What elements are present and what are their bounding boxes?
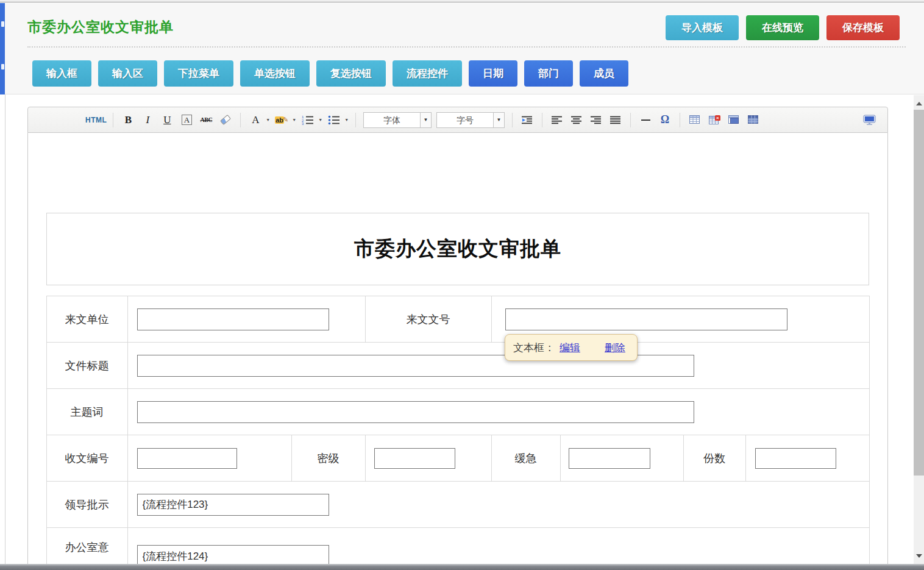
bold-button[interactable]: B [119, 111, 137, 129]
scroll-down-arrow-icon[interactable] [914, 552, 924, 560]
horizontal-rule-button[interactable] [637, 111, 654, 129]
chevron-down-icon: ▼ [493, 113, 504, 127]
font-size-select[interactable]: 字号 ▼ [436, 112, 505, 128]
table-properties-icon [728, 115, 739, 124]
widget-button-flow-control[interactable]: 流程控件 [393, 60, 462, 87]
label-source-unit: 来文单位 [46, 296, 127, 343]
clipped-left-sidebar [0, 3, 5, 94]
table-row: 来文单位 来文文号 [46, 296, 869, 343]
approval-form-table: 来文单位 来文文号 文件标题 主题词 收文编号 密级 [46, 296, 870, 564]
edit-link[interactable]: 编辑 [560, 341, 580, 355]
left-gutter [0, 94, 5, 564]
save-template-button[interactable]: 保存模板 [826, 15, 900, 40]
control-type-label: 文本框： [513, 341, 555, 355]
receipt-number-input[interactable] [137, 448, 237, 469]
svg-text:×: × [716, 115, 719, 121]
vertical-scrollbar[interactable] [914, 95, 924, 564]
fullscreen-button[interactable] [861, 111, 878, 129]
toolbar-separator [512, 113, 513, 127]
widget-button-date[interactable]: 日期 [469, 60, 517, 87]
page-title: 市委办公室收文审批单 [27, 18, 174, 37]
doc-number-input[interactable] [505, 308, 787, 330]
html-source-button[interactable]: HTML [85, 111, 107, 129]
table-properties-button[interactable] [725, 111, 742, 129]
editor-canvas[interactable]: 市委办公室收文审批单 来文单位 来文文号 文件标题 主 [27, 133, 888, 564]
widget-button-textarea[interactable]: 输入区 [98, 60, 157, 87]
table-row: 主题词 [46, 389, 869, 435]
delete-table-button[interactable]: × [706, 111, 723, 129]
horizontal-rule-icon [641, 119, 650, 121]
boxed-letter-icon: A [182, 115, 192, 125]
delete-table-icon: × [709, 115, 720, 124]
font-color-button[interactable]: A [247, 111, 264, 129]
form-title-box: 市委办公室收文审批单 [46, 213, 869, 285]
special-char-button[interactable]: Ω [656, 111, 673, 129]
font-size-label: 字号 [437, 113, 493, 127]
unordered-list-button[interactable] [325, 111, 343, 129]
widget-button-bar: 输入框 输入区 下拉菜单 单选按钮 复选按钮 流程控件 日期 部门 成员 [32, 60, 628, 87]
clipped-sidebar-text [1, 64, 4, 69]
align-justify-button[interactable] [607, 111, 624, 129]
align-justify-icon [610, 116, 621, 124]
pencil-icon: ✎ [283, 116, 288, 124]
label-doc-number: 来文文号 [365, 296, 491, 343]
insert-table-button[interactable] [686, 111, 703, 129]
align-left-icon [552, 116, 563, 124]
widget-button-radio[interactable]: 单选按钮 [240, 60, 310, 87]
widget-button-member[interactable]: 成员 [580, 60, 628, 87]
underline-button[interactable]: U [158, 111, 176, 129]
align-center-button[interactable] [568, 111, 585, 129]
fullscreen-monitor-icon [863, 115, 876, 125]
indent-button[interactable] [519, 111, 536, 129]
widget-button-dropdown[interactable]: 下拉菜单 [164, 60, 233, 87]
online-preview-button[interactable]: 在线预览 [746, 15, 819, 40]
ordered-list-caret-icon[interactable]: ▼ [318, 118, 322, 122]
header: 市委办公室收文审批单 导入模板 在线预览 保存模板 输入框 输入区 下拉菜单 单… [5, 3, 924, 94]
table-row: 收文编号 密级 缓急 份数 [46, 435, 869, 482]
align-left-button[interactable] [549, 111, 566, 129]
toolbar-separator [355, 113, 356, 127]
label-receipt-number: 收文编号 [46, 435, 127, 482]
font-family-label: 字体 [364, 113, 420, 127]
toolbar-separator [680, 113, 680, 127]
strikethrough-button[interactable]: ABC [197, 111, 215, 129]
cell-properties-icon [748, 115, 759, 124]
cell-properties-button[interactable] [745, 111, 762, 129]
import-template-button[interactable]: 导入模板 [666, 15, 739, 40]
urgency-input[interactable] [569, 448, 650, 469]
subject-words-input[interactable] [137, 401, 694, 423]
label-security-level: 密级 [291, 435, 365, 482]
editor-toolbar: HTML B I U A ABC A ▼ ab ✎ ▼ 1 [27, 107, 888, 133]
italic-button[interactable]: I [139, 111, 156, 129]
ordered-list-icon: 1 2 3 [302, 115, 314, 125]
main-content: HTML B I U A ABC A ▼ ab ✎ ▼ 1 [5, 95, 914, 564]
scrollbar-thumb[interactable] [914, 110, 924, 476]
toolbar-separator [113, 113, 113, 127]
insert-table-icon [689, 115, 700, 124]
widget-button-input-box[interactable]: 输入框 [32, 60, 91, 87]
source-unit-input[interactable] [137, 308, 329, 330]
label-leader-comment: 领导批示 [46, 482, 127, 528]
office-opinion-input[interactable] [137, 545, 329, 564]
font-border-button[interactable]: A [178, 111, 195, 129]
font-color-caret-icon[interactable]: ▼ [266, 118, 270, 122]
eraser-icon [220, 115, 231, 125]
label-doc-title: 文件标题 [46, 343, 127, 389]
font-family-select[interactable]: 字体 ▼ [363, 112, 432, 128]
widget-button-department[interactable]: 部门 [524, 60, 573, 87]
window-top-edge [0, 0, 924, 2]
copies-input[interactable] [755, 448, 836, 469]
security-level-input[interactable] [374, 448, 455, 469]
highlight-button[interactable]: ab ✎ [273, 111, 290, 129]
delete-link[interactable]: 删除 [605, 341, 625, 355]
align-right-button[interactable] [588, 111, 605, 129]
remove-format-button[interactable] [217, 111, 234, 129]
unordered-list-caret-icon[interactable]: ▼ [344, 118, 349, 122]
label-copies: 份数 [683, 435, 745, 482]
scroll-up-arrow-icon[interactable] [914, 97, 924, 105]
toolbar-separator [240, 113, 241, 127]
highlight-caret-icon[interactable]: ▼ [292, 118, 296, 122]
ordered-list-button[interactable]: 1 2 3 [299, 111, 316, 129]
widget-button-checkbox[interactable]: 复选按钮 [316, 60, 386, 87]
leader-comment-input[interactable] [137, 494, 329, 516]
